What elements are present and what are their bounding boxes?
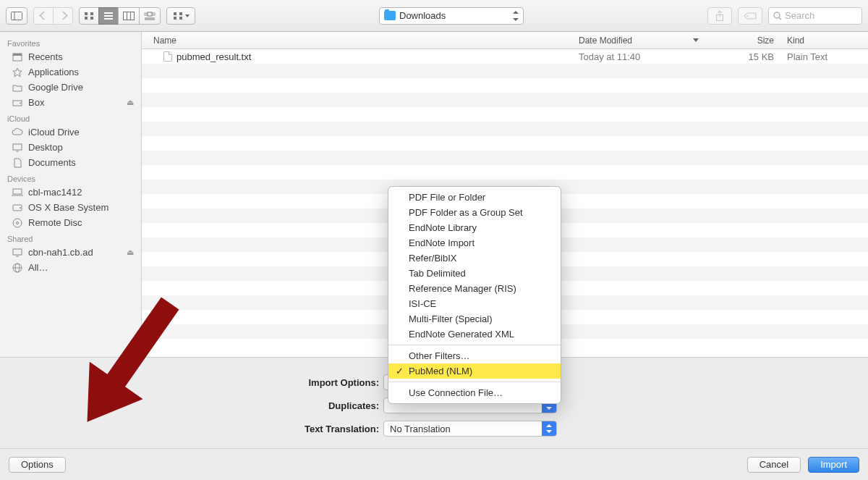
sidebar-item-label: Desktop <box>28 142 63 153</box>
menu-item[interactable]: EndNote Library <box>388 220 561 235</box>
menu-item[interactable]: PDF File or Folder <box>388 190 561 205</box>
dialog-footer: Options Cancel Import <box>0 448 868 480</box>
back-button[interactable] <box>33 7 54 25</box>
sidebar-item-all[interactable]: All… <box>0 260 141 275</box>
text-translation-label: Text Translation: <box>0 424 383 434</box>
file-name: pubmed_result.txt <box>176 51 251 62</box>
sidebar-item-server[interactable]: cbn-nah1.cb.ad⏏ <box>0 245 141 260</box>
sidebar-item-box[interactable]: Box⏏ <box>0 95 141 110</box>
menu-item[interactable]: EndNote Generated XML <box>388 327 561 342</box>
import-options-popup-menu: PDF File or Folder PDF Folder as a Group… <box>388 186 561 404</box>
sidebar-item-icloud-drive[interactable]: iCloud Drive <box>0 125 141 140</box>
menu-item[interactable]: Reference Manager (RIS) <box>388 281 561 296</box>
import-button[interactable]: Import <box>808 457 859 473</box>
list-view-button[interactable] <box>98 7 119 25</box>
sidebar-group-label: Favorites <box>0 35 141 49</box>
documents-icon <box>12 158 23 167</box>
drive-icon <box>12 98 23 107</box>
location-label: Downloads <box>399 10 446 21</box>
menu-item-other-filters[interactable]: Other Filters… <box>388 348 561 363</box>
menu-item[interactable]: EndNote Import <box>388 235 561 250</box>
sidebar-item-label: Google Drive <box>28 82 83 93</box>
recents-icon <box>12 52 23 62</box>
icon-view-button[interactable] <box>79 7 99 25</box>
sidebar-item-remote-disc[interactable]: Remote Disc <box>0 215 141 230</box>
menu-separator <box>388 345 561 345</box>
sidebar-item-computer[interactable]: cbl-mac1412 <box>0 185 141 200</box>
sidebar-item-applications[interactable]: Applications <box>0 64 141 80</box>
sidebar-item-label: Box <box>28 97 44 108</box>
menu-item[interactable]: ISI-CE <box>388 296 561 311</box>
sidebar-item-desktop[interactable]: Desktop <box>0 140 141 155</box>
sidebar-item-documents[interactable]: Documents <box>0 155 141 170</box>
sidebar-item-recents[interactable]: Recents <box>0 49 141 64</box>
import-options-label: Import Options: <box>0 377 383 388</box>
eject-icon[interactable]: ⏏ <box>127 248 134 257</box>
sort-indicator-icon <box>693 38 699 42</box>
sidebar-item-google-drive[interactable]: Google Drive <box>0 80 141 95</box>
svg-point-37 <box>17 222 19 224</box>
svg-rect-19 <box>174 17 176 20</box>
sidebar-item-label: Recents <box>28 51 63 62</box>
search-icon <box>773 12 782 20</box>
sidebar-group-icloud: iCloud iCloud Drive Desktop Documents <box>0 110 141 170</box>
share-button[interactable] <box>707 7 732 25</box>
sidebar-item-label: Applications <box>28 67 79 77</box>
sidebar-item-label: OS X Base System <box>28 202 109 213</box>
cancel-button[interactable]: Cancel <box>747 457 801 473</box>
forward-button[interactable] <box>53 7 73 25</box>
menu-item[interactable]: Refer/BibIX <box>388 250 561 266</box>
menu-item[interactable]: Tab Delimited <box>388 266 561 281</box>
sidebar-item-label: Remote Disc <box>28 217 82 228</box>
column-name[interactable]: Name <box>142 35 579 46</box>
share-group <box>707 7 732 25</box>
svg-rect-3 <box>90 12 93 15</box>
column-kind[interactable]: Kind <box>781 35 868 46</box>
icloud-icon <box>12 127 23 137</box>
menu-item[interactable]: Multi-Filter (Special) <box>388 311 561 327</box>
file-size: 15 KB <box>709 51 781 62</box>
svg-rect-5 <box>90 17 93 20</box>
menu-item-pubmed-nlm[interactable]: PubMed (NLM) <box>388 363 561 379</box>
search-input[interactable]: Search <box>768 7 862 25</box>
svg-rect-9 <box>124 12 135 20</box>
sidebar-item-label: All… <box>28 262 48 273</box>
arrange-group <box>166 7 195 25</box>
svg-rect-14 <box>153 13 155 15</box>
sidebar-toggle-group <box>6 7 27 25</box>
computer-icon <box>12 188 23 197</box>
svg-rect-27 <box>13 54 22 56</box>
select-knob-icon <box>542 421 556 436</box>
column-view-button[interactable] <box>118 7 140 25</box>
sidebar-group-label: Shared <box>0 230 141 245</box>
search-placeholder: Search <box>785 10 814 21</box>
location-popup-button[interactable]: Downloads <box>379 7 524 25</box>
column-headers: Name Date Modified Size Kind <box>142 32 868 49</box>
sidebar-item-base-system[interactable]: OS X Base System <box>0 200 141 215</box>
sidebar-group-label: Devices <box>0 170 141 185</box>
coverflow-view-button[interactable] <box>139 7 161 25</box>
tags-group <box>738 7 762 25</box>
column-size[interactable]: Size <box>709 35 781 46</box>
arrange-button[interactable] <box>166 7 195 25</box>
select-value: No Translation <box>390 424 451 434</box>
sidebar-toggle-button[interactable] <box>6 7 27 25</box>
options-button[interactable]: Options <box>9 457 66 473</box>
eject-icon[interactable]: ⏏ <box>127 98 134 107</box>
file-row[interactable]: pubmed_result.txt Today at 11:40 15 KB P… <box>142 49 868 64</box>
menu-item[interactable]: PDF Folder as a Group Set <box>388 205 561 220</box>
svg-point-35 <box>20 207 21 209</box>
menu-item-use-connection[interactable]: Use Connection File… <box>388 385 561 400</box>
svg-rect-12 <box>148 12 152 16</box>
toolbar: Downloads Search <box>0 0 868 32</box>
text-translation-select[interactable]: No Translation <box>383 421 557 437</box>
tags-button[interactable] <box>738 7 762 25</box>
folder-icon <box>12 83 23 92</box>
sidebar-group-label: iCloud <box>0 110 141 125</box>
svg-line-25 <box>779 17 781 20</box>
column-date[interactable]: Date Modified <box>579 35 709 46</box>
svg-rect-17 <box>174 12 176 15</box>
sidebar-group-devices: Devices cbl-mac1412 OS X Base System Rem… <box>0 170 141 230</box>
duplicates-label: Duplicates: <box>0 400 383 411</box>
menu-separator <box>388 382 561 382</box>
